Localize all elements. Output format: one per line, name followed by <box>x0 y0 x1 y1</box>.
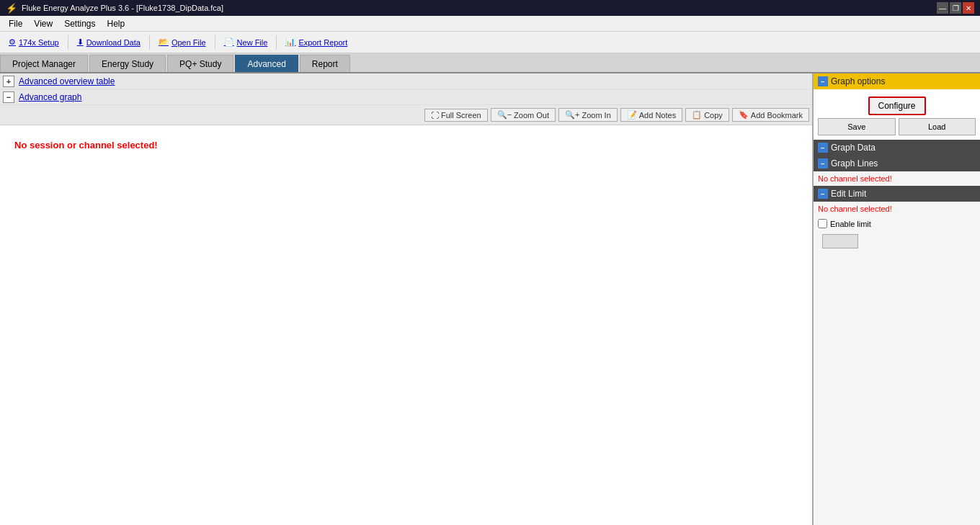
graph-toolbar: ⛶ Full Screen 🔍− Zoom Out 🔍+ Zoom In 📝 A… <box>0 105 812 125</box>
graph-options-body: Configure Save Load <box>814 89 980 140</box>
graph-lines-label: Graph Lines <box>831 158 878 169</box>
download-button[interactable]: ⬇ Download Data <box>71 35 146 49</box>
enable-limit-checkbox[interactable] <box>818 219 827 228</box>
menu-file[interactable]: File <box>3 17 28 30</box>
graph-lines-no-channel: No channel selected! <box>814 171 980 186</box>
toolbar-separator <box>68 35 68 50</box>
tree-item-overview-table[interactable]: + Advanced overview table <box>0 73 812 89</box>
setup-button[interactable]: ⚙ 174x Setup <box>3 35 65 49</box>
minimize-button[interactable]: — <box>937 2 948 14</box>
download-icon: ⬇ <box>77 37 84 47</box>
graph-lines-section: − Graph Lines No channel selected! <box>814 156 980 186</box>
configure-button[interactable]: Configure <box>868 97 926 115</box>
menu-bar: File View Settings Help <box>0 16 980 32</box>
edit-limit-body: No channel selected! Enable limit <box>814 202 980 253</box>
edit-limit-label: Edit Limit <box>831 189 866 199</box>
graph-lines-header[interactable]: − Graph Lines <box>814 156 980 171</box>
tab-energy-study[interactable]: Energy Study <box>89 55 166 72</box>
new-file-icon: 📄 <box>224 37 234 47</box>
tree-toggle-overview[interactable]: + <box>3 76 14 87</box>
edit-limit-header[interactable]: − Edit Limit <box>814 186 980 202</box>
copy-button[interactable]: 📋 Copy <box>685 108 729 122</box>
title-bar-controls[interactable]: — ❐ ✕ <box>937 2 974 14</box>
zoom-out-button[interactable]: 🔍− Zoom Out <box>491 108 556 122</box>
add-notes-button[interactable]: 📝 Add Notes <box>620 108 682 122</box>
add-bookmark-button[interactable]: 🔖 Add Bookmark <box>732 108 809 122</box>
tab-pq-study[interactable]: PQ+ Study <box>167 55 233 72</box>
graph-data-section: − Graph Data <box>814 140 980 156</box>
open-icon: 📂 <box>159 37 169 47</box>
zoom-out-icon: 🔍− <box>497 110 512 120</box>
no-session-message: No session or channel selected! <box>14 140 158 151</box>
copy-icon: 📋 <box>692 110 702 120</box>
graph-data-header[interactable]: − Graph Data <box>814 140 980 156</box>
title-bar: ⚡ Fluke Energy Analyze Plus 3.6 - [Fluke… <box>0 0 980 16</box>
graph-options-label: Graph options <box>831 76 885 86</box>
limit-value-input[interactable] <box>822 234 858 248</box>
graph-data-label: Graph Data <box>831 143 876 153</box>
graph-data-collapse-icon[interactable]: − <box>818 143 828 153</box>
left-panel: + Advanced overview table − Advanced gra… <box>0 73 813 525</box>
enable-limit-row: Enable limit <box>814 216 980 231</box>
title-bar-left: ⚡ Fluke Energy Analyze Plus 3.6 - [Fluke… <box>6 3 223 14</box>
export-icon: 📊 <box>285 37 295 47</box>
save-button[interactable]: Save <box>818 118 896 135</box>
toolbar-separator-4 <box>276 35 277 50</box>
tab-project-manager[interactable]: Project Manager <box>0 55 88 72</box>
graph-section: ⛶ Full Screen 🔍− Zoom Out 🔍+ Zoom In 📝 A… <box>0 105 812 525</box>
full-screen-icon: ⛶ <box>431 111 439 120</box>
zoom-in-icon: 🔍+ <box>565 110 579 120</box>
title-bar-text: Fluke Energy Analyze Plus 3.6 - [Fluke17… <box>22 4 223 12</box>
bookmark-icon: 🔖 <box>739 110 749 120</box>
menu-view[interactable]: View <box>28 17 58 30</box>
toolbar-separator-3 <box>215 35 215 50</box>
menu-settings[interactable]: Settings <box>58 17 101 30</box>
edit-limit-no-channel: No channel selected! <box>814 202 980 216</box>
new-file-button[interactable]: 📄 New File <box>218 35 274 49</box>
graph-options-collapse-icon[interactable]: − <box>818 76 828 86</box>
full-screen-button[interactable]: ⛶ Full Screen <box>424 109 488 122</box>
maximize-button[interactable]: ❐ <box>950 2 961 14</box>
nav-tabs: Project Manager Energy Study PQ+ Study A… <box>0 53 980 73</box>
add-notes-icon: 📝 <box>627 110 637 120</box>
tab-report[interactable]: Report <box>300 55 350 72</box>
limit-input-container <box>814 231 980 253</box>
load-button[interactable]: Load <box>899 118 976 135</box>
graph-lines-body: No channel selected! <box>814 171 980 186</box>
graph-options-section: − Graph options Configure Save Load <box>814 73 980 140</box>
open-file-button[interactable]: 📂 Open File <box>153 35 212 49</box>
toolbar: ⚙ 174x Setup ⬇ Download Data 📂 Open File… <box>0 32 980 53</box>
tree-item-advanced-graph[interactable]: − Advanced graph <box>0 89 812 105</box>
tree-toggle-graph[interactable]: − <box>3 91 14 103</box>
right-panel: − Graph options Configure Save Load − Gr… <box>813 73 980 525</box>
menu-help[interactable]: Help <box>102 17 131 30</box>
setup-icon: ⚙ <box>9 37 16 47</box>
app-icon: ⚡ <box>6 3 17 14</box>
edit-limit-collapse-icon[interactable]: − <box>818 189 828 199</box>
export-report-button[interactable]: 📊 Export Report <box>280 35 353 49</box>
graph-canvas: No session or channel selected! <box>0 125 812 525</box>
tab-advanced[interactable]: Advanced <box>235 55 298 72</box>
save-load-row: Save Load <box>818 118 976 135</box>
graph-options-header[interactable]: − Graph options <box>814 73 980 89</box>
edit-limit-section: − Edit Limit No channel selected! Enable… <box>814 186 980 253</box>
graph-lines-collapse-icon[interactable]: − <box>818 158 828 169</box>
content: + Advanced overview table − Advanced gra… <box>0 73 980 525</box>
close-button[interactable]: ✕ <box>963 2 974 14</box>
toolbar-separator-2 <box>149 35 150 50</box>
zoom-in-button[interactable]: 🔍+ Zoom In <box>558 108 618 122</box>
enable-limit-label: Enable limit <box>830 220 871 228</box>
